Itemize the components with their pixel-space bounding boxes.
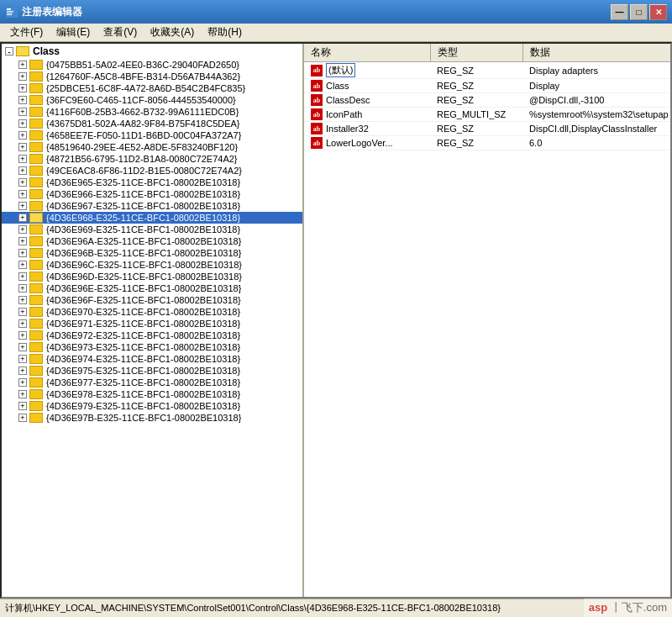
table-row[interactable]: abLowerLogoVer...REG_SZ6.0 — [304, 136, 670, 150]
tree-item[interactable]: +{4D36E968-E325-11CE-BFC1-08002BE10318} — [2, 212, 302, 224]
tree-item[interactable]: +{4D36E979-E325-11CE-BFC1-08002BE10318} — [2, 400, 302, 412]
tree-item[interactable]: +{36FC9E60-C465-11CF-8056-444553540000} — [2, 94, 302, 106]
tree-item[interactable]: +{4D36E97B-E325-11CE-BFC1-08002BE10318} — [2, 412, 302, 424]
expand-icon[interactable]: + — [18, 237, 27, 245]
menu-view[interactable]: 查看(V) — [97, 24, 144, 41]
tree-item[interactable]: +{4D36E977-E325-11CE-BFC1-08002BE10318} — [2, 377, 302, 388]
tree-item[interactable]: +{4D36E971-E325-11CE-BFC1-08002BE10318} — [2, 318, 302, 330]
expand-icon[interactable]: + — [18, 143, 27, 151]
tree-item[interactable]: +{4D36E978-E325-11CE-BFC1-08002BE10318} — [2, 388, 302, 400]
expand-icon[interactable]: + — [18, 190, 27, 198]
expand-icon[interactable]: + — [18, 284, 27, 293]
reg-name-text: IconPath — [326, 109, 362, 119]
menu-file[interactable]: 文件(F) — [3, 24, 50, 41]
expand-icon[interactable]: + — [18, 155, 27, 163]
close-button[interactable]: ✕ — [649, 4, 667, 20]
tree-item-label: {36FC9E60-C465-11CF-8056-444553540000} — [46, 95, 236, 105]
tree-item[interactable]: +{4D36E965-E325-11CE-BFC1-08002BE10318} — [2, 177, 302, 188]
tree-item[interactable]: +{48519640-29EE-4E52-A8DE-5F83240BF120} — [2, 141, 302, 153]
folder-icon — [29, 319, 43, 329]
tree-item[interactable]: +{4D36E972-E325-11CE-BFC1-08002BE10318} — [2, 330, 302, 341]
folder-icon — [29, 224, 43, 235]
folder-icon — [29, 272, 43, 282]
tree-item[interactable]: +{4D36E975-E325-11CE-BFC1-08002BE10318} — [2, 365, 302, 377]
tree-item[interactable]: +{4D36E967-E325-11CE-BFC1-08002BE10318} — [2, 200, 302, 212]
table-row[interactable]: ab(默认)REG_SZDisplay adapters — [304, 62, 670, 79]
folder-icon — [29, 213, 43, 223]
folder-icon — [29, 166, 43, 176]
expand-icon[interactable]: + — [18, 84, 27, 92]
expand-icon[interactable]: + — [18, 202, 27, 210]
table-row[interactable]: abClassDescREG_SZ@DispCI.dll,-3100 — [304, 93, 670, 108]
expand-icon[interactable]: + — [18, 108, 27, 116]
registry-tree[interactable]: - Class +{0475BB51-5A02-4EE0-B36C-29040F… — [2, 44, 304, 597]
folder-icon — [29, 119, 43, 129]
expand-icon[interactable]: + — [18, 249, 27, 257]
table-row[interactable]: abIconPathREG_MULTI_SZ%systemroot%\syste… — [304, 108, 670, 122]
registry-values[interactable]: 名称 类型 数据 ab(默认)REG_SZDisplay adaptersabC… — [304, 44, 670, 597]
expand-icon[interactable]: + — [18, 296, 27, 304]
tree-item[interactable]: +{1264760F-A5C8-4BFE-B314-D56A7B44A362} — [2, 71, 302, 82]
expand-icon[interactable]: + — [18, 72, 27, 81]
menu-edit[interactable]: 编辑(E) — [50, 24, 97, 41]
expand-icon[interactable]: + — [18, 331, 27, 340]
tree-item[interactable]: +{49CE6AC8-6F86-11D2-B1E5-0080C72E74A2} — [2, 165, 302, 177]
tree-item[interactable]: +{4D36E973-E325-11CE-BFC1-08002BE10318} — [2, 341, 302, 353]
expand-icon[interactable]: + — [18, 343, 27, 351]
svg-rect-1 — [7, 8, 11, 10]
tree-item[interactable]: +{43675D81-502A-4A82-9F84-B75F418C5DEA} — [2, 118, 302, 129]
tree-item-label: {4658EE7E-F050-11D1-B6BD-00C04FA372A7} — [46, 130, 241, 140]
col-header-name[interactable]: 名称 — [304, 44, 430, 62]
expand-icon[interactable]: + — [18, 378, 27, 387]
tree-item[interactable]: +{4D36E970-E325-11CE-BFC1-08002BE10318} — [2, 306, 302, 318]
tree-item[interactable]: +{4D36E96F-E325-11CE-BFC1-08002BE10318} — [2, 294, 302, 306]
expand-icon[interactable]: + — [18, 308, 27, 316]
tree-item[interactable]: +{0475BB51-5A02-4EE0-B36C-29040FAD2650} — [2, 59, 302, 71]
tree-item[interactable]: +{4658EE7E-F050-11D1-B6BD-00C04FA372A7} — [2, 129, 302, 141]
tree-item[interactable]: +{25DBCE51-6C8F-4A72-8A6D-B54C2B4FC835} — [2, 82, 302, 94]
tree-item[interactable]: +{4116F60B-25B3-4662-B732-99A6111EDC0B} — [2, 106, 302, 118]
tree-item[interactable]: +{4D36E969-E325-11CE-BFC1-08002BE10318} — [2, 224, 302, 235]
menu-help[interactable]: 帮助(H) — [201, 24, 249, 41]
tree-item[interactable]: +{4D36E96B-E325-11CE-BFC1-08002BE10318} — [2, 247, 302, 259]
tree-item[interactable]: +{4D36E96D-E325-11CE-BFC1-08002BE10318} — [2, 271, 302, 282]
tree-item[interactable]: +{4D36E974-E325-11CE-BFC1-08002BE10318} — [2, 353, 302, 365]
expand-icon[interactable]: + — [18, 61, 27, 69]
tree-item[interactable]: +{4D36E96A-E325-11CE-BFC1-08002BE10318} — [2, 235, 302, 247]
tree-item-label: {4D36E967-E325-11CE-BFC1-08002BE10318} — [46, 201, 240, 211]
expand-icon[interactable]: + — [18, 390, 27, 398]
expand-icon[interactable]: + — [18, 355, 27, 363]
svg-rect-4 — [7, 14, 12, 15]
expand-icon[interactable]: + — [18, 261, 27, 269]
minimize-button[interactable]: — — [611, 4, 628, 20]
expand-icon[interactable]: + — [18, 367, 27, 375]
table-row[interactable]: abInstaller32REG_SZDispCI.dll,DisplayCla… — [304, 122, 670, 136]
tree-item-label: {43675D81-502A-4A82-9F84-B75F418C5DEA} — [46, 119, 240, 129]
reg-data-cell: DispCI.dll,DisplayClassInstaller — [522, 122, 670, 136]
tree-item[interactable]: +{4D36E966-E325-11CE-BFC1-08002BE10318} — [2, 188, 302, 200]
expand-icon[interactable]: + — [18, 96, 27, 104]
expand-icon[interactable]: + — [18, 414, 27, 422]
expand-icon[interactable]: + — [18, 214, 27, 222]
expand-icon[interactable]: + — [18, 319, 27, 328]
tree-item[interactable]: +{48721B56-6795-11D2-B1A8-0080C72E74A2} — [2, 153, 302, 165]
root-expand-icon[interactable]: - — [5, 47, 13, 55]
maximize-button[interactable]: □ — [630, 4, 648, 20]
expand-icon[interactable]: + — [18, 178, 27, 187]
expand-icon[interactable]: + — [18, 131, 27, 140]
tree-item[interactable]: +{4D36E96E-E325-11CE-BFC1-08002BE10318} — [2, 282, 302, 294]
expand-icon[interactable]: + — [18, 119, 27, 128]
col-header-data[interactable]: 数据 — [522, 44, 670, 62]
tree-item-label: {4D36E96C-E325-11CE-BFC1-08002BE10318} — [46, 260, 242, 270]
expand-icon[interactable]: + — [18, 225, 27, 234]
expand-icon[interactable]: + — [18, 402, 27, 410]
tree-item[interactable]: +{4D36E96C-E325-11CE-BFC1-08002BE10318} — [2, 259, 302, 271]
col-header-type[interactable]: 类型 — [430, 44, 522, 62]
folder-icon — [29, 354, 43, 364]
table-row[interactable]: abClassREG_SZDisplay — [304, 79, 670, 93]
tree-item-label: {4D36E965-E325-11CE-BFC1-08002BE10318} — [46, 177, 240, 187]
menu-favorites[interactable]: 收藏夹(A) — [144, 24, 201, 41]
expand-icon[interactable]: + — [18, 272, 27, 281]
tree-item-label: {4D36E966-E325-11CE-BFC1-08002BE10318} — [46, 189, 240, 199]
expand-icon[interactable]: + — [18, 166, 27, 175]
